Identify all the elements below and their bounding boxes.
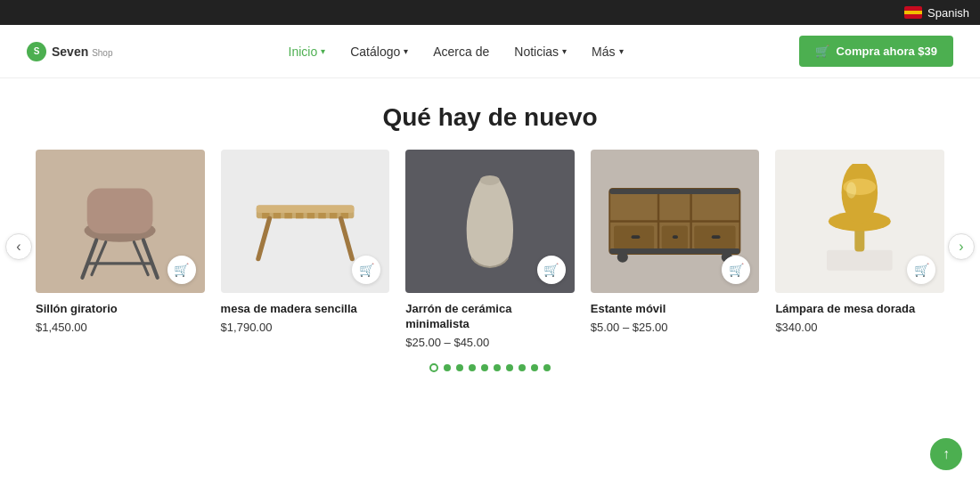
product-card-2[interactable]: 🛒 Jarrón de cerámica minimalista $25.00 … bbox=[405, 150, 575, 349]
dot-3[interactable] bbox=[469, 364, 476, 371]
svg-line-18 bbox=[340, 218, 352, 258]
prev-arrow-button[interactable]: ‹ bbox=[5, 233, 32, 260]
product-name-3: Estante móvil bbox=[591, 302, 760, 317]
cta-button[interactable]: 🛒 Compra ahora $39 bbox=[799, 36, 953, 67]
main-nav: Inicio ▾ Catálogo ▾ Acerca de Noticias ▾… bbox=[289, 45, 624, 59]
add-to-cart-4[interactable]: 🛒 bbox=[907, 256, 935, 284]
svg-rect-11 bbox=[284, 213, 291, 218]
product-card-0[interactable]: 🛒 Sillón giratorio $1,450.00 bbox=[36, 150, 205, 349]
logo[interactable]: S Seven Shop bbox=[27, 42, 113, 61]
dot-9[interactable] bbox=[543, 364, 551, 371]
logo-main: Seven bbox=[52, 45, 88, 59]
nav-acerca[interactable]: Acerca de bbox=[433, 45, 489, 59]
product-card-4[interactable]: 🛒 Lámpara de mesa dorada $340.00 bbox=[775, 150, 944, 349]
svg-rect-15 bbox=[330, 213, 337, 218]
nav-inicio[interactable]: Inicio ▾ bbox=[289, 45, 326, 59]
add-to-cart-2[interactable]: 🛒 bbox=[537, 256, 566, 284]
product-price-4: $340.00 bbox=[775, 321, 944, 334]
svg-rect-27 bbox=[632, 235, 641, 239]
dot-1[interactable] bbox=[444, 364, 451, 371]
product-name-4: Lámpara de mesa dorada bbox=[775, 302, 944, 317]
product-price-1: $1,790.00 bbox=[221, 321, 390, 334]
product-price-2: $25.00 – $45.00 bbox=[405, 336, 575, 349]
nav-noticias[interactable]: Noticias ▾ bbox=[514, 45, 567, 59]
dot-2[interactable] bbox=[456, 364, 463, 371]
svg-rect-14 bbox=[318, 213, 325, 218]
svg-rect-1 bbox=[87, 189, 153, 234]
dot-8[interactable] bbox=[531, 364, 538, 371]
product-name-2: Jarrón de cerámica minimalista bbox=[405, 302, 575, 332]
svg-rect-33 bbox=[609, 248, 739, 254]
nav-catalogo[interactable]: Catálogo ▾ bbox=[350, 45, 408, 59]
product-card-3[interactable]: 🛒 Estante móvil $5.00 – $25.00 bbox=[591, 150, 760, 349]
dot-6[interactable] bbox=[506, 364, 513, 371]
spain-flag bbox=[904, 6, 922, 19]
add-to-cart-0[interactable]: 🛒 bbox=[167, 256, 196, 284]
products-grid: 🛒 Sillón giratorio $1,450.00 bbox=[36, 150, 944, 349]
language-label: Spanish bbox=[927, 6, 969, 20]
scroll-to-top-button[interactable]: ↑ bbox=[930, 438, 962, 470]
next-arrow-button[interactable]: › bbox=[948, 233, 975, 260]
top-bar: Spanish bbox=[0, 0, 980, 25]
product-name-0: Sillón giratorio bbox=[36, 302, 205, 317]
section-title: Qué hay de nuevo bbox=[0, 103, 980, 132]
chevron-down-icon: ▾ bbox=[562, 46, 567, 56]
svg-rect-32 bbox=[609, 189, 739, 194]
svg-rect-34 bbox=[827, 250, 893, 271]
cart-icon: 🛒 bbox=[815, 45, 829, 58]
dot-0[interactable] bbox=[429, 363, 438, 372]
product-price-3: $5.00 – $25.00 bbox=[591, 321, 760, 334]
svg-rect-13 bbox=[306, 213, 314, 218]
chevron-down-icon: ▾ bbox=[619, 46, 624, 56]
svg-rect-29 bbox=[712, 235, 721, 239]
logo-sub: Shop bbox=[92, 48, 112, 58]
dot-7[interactable] bbox=[519, 364, 526, 371]
svg-line-17 bbox=[258, 218, 270, 258]
carousel-dots bbox=[0, 363, 980, 372]
svg-rect-10 bbox=[274, 213, 281, 218]
chevron-down-icon: ▾ bbox=[321, 46, 325, 56]
dot-5[interactable] bbox=[494, 364, 501, 371]
product-name-1: mesa de madera sencilla bbox=[221, 302, 390, 317]
svg-point-19 bbox=[480, 175, 500, 185]
product-card-1[interactable]: 🛒 mesa de madera sencilla $1,790.00 bbox=[221, 150, 390, 349]
svg-point-39 bbox=[846, 182, 856, 198]
product-price-0: $1,450.00 bbox=[36, 321, 205, 334]
language-selector[interactable]: Spanish bbox=[904, 6, 969, 20]
dot-4[interactable] bbox=[481, 364, 488, 371]
svg-rect-8 bbox=[257, 206, 355, 213]
header: S Seven Shop Inicio ▾ Catálogo ▾ Acerca … bbox=[0, 25, 980, 78]
products-wrapper: ‹ bbox=[0, 150, 980, 349]
svg-rect-28 bbox=[673, 235, 678, 239]
logo-text: Seven Shop bbox=[52, 45, 113, 59]
svg-rect-12 bbox=[296, 213, 303, 218]
logo-icon: S bbox=[27, 42, 46, 61]
nav-mas[interactable]: Más ▾ bbox=[592, 45, 623, 59]
chevron-down-icon: ▾ bbox=[404, 46, 408, 56]
